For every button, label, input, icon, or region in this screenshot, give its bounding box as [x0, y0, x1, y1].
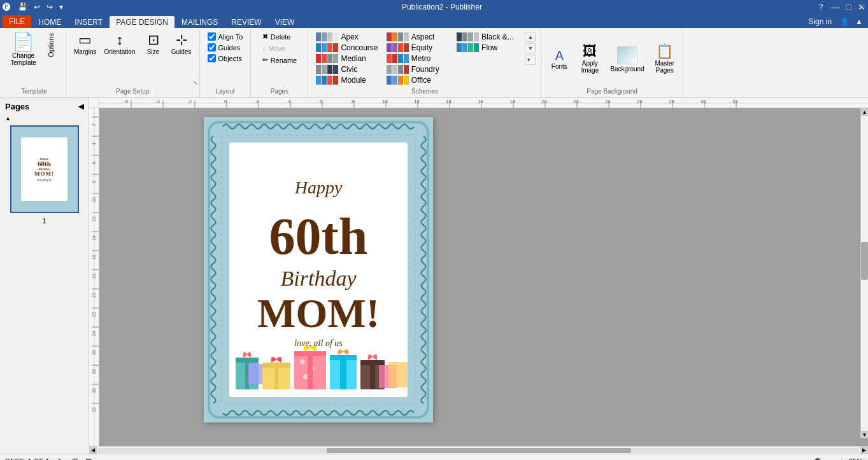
svg-rect-100: [360, 360, 385, 365]
svg-text:2: 2: [256, 99, 259, 104]
schemes-group-label: Schemes: [313, 88, 536, 95]
pages-panel: Pages ◀ ▲ Happy 60th Birthday MOM!: [0, 98, 89, 446]
apply-image-button[interactable]: 🖼 Apply Image: [577, 43, 602, 75]
page-1-thumbnail[interactable]: Happy 60th Birthday MOM! love, all of us: [10, 125, 79, 213]
maximize-button[interactable]: □: [846, 2, 851, 12]
pages-title-label: Pages: [5, 102, 29, 111]
background-button[interactable]: Background: [608, 45, 646, 74]
scheme-aspect[interactable]: Aspect: [384, 32, 453, 42]
delete-button[interactable]: ✖ Delete: [260, 32, 300, 41]
svg-text:Happy: Happy: [294, 178, 343, 197]
scheme-flow-swatch: [457, 43, 479, 52]
scroll-thumb-h[interactable]: [327, 448, 631, 453]
schemes-scroll-up[interactable]: ▲: [525, 32, 536, 42]
svg-text:24: 24: [605, 99, 611, 104]
zoom-in-btn[interactable]: +: [840, 457, 844, 461]
undo-button[interactable]: ↩: [32, 2, 42, 12]
view-icon-single[interactable]: ⊞: [72, 457, 78, 460]
zoom-thumb[interactable]: [815, 458, 821, 461]
svg-text:32: 32: [92, 407, 96, 412]
file-tab[interactable]: FILE: [3, 15, 31, 28]
svg-text:4: 4: [288, 99, 291, 104]
rename-button[interactable]: ✏ Rename: [260, 55, 300, 65]
ribbon-collapse-btn[interactable]: ▲: [853, 15, 865, 28]
customize-quick-access[interactable]: ▾: [57, 2, 65, 12]
scheme-black[interactable]: Black &...: [454, 32, 523, 42]
ruler-h-svg: -6 -4 -2 0 2 4 6 8: [99, 98, 868, 108]
svg-text:12: 12: [92, 216, 96, 221]
scheme-equity-swatch: [387, 43, 409, 52]
layout-group: Align To Guides Objects Layout: [200, 29, 252, 97]
schemes-dropdown[interactable]: ▾: [525, 55, 536, 65]
mailings-tab[interactable]: MAILINGS: [175, 16, 224, 28]
change-template-button[interactable]: 📄 Change Template: [8, 32, 39, 67]
page-info: PAGE: 1 OF 1: [5, 457, 50, 461]
rename-icon: ✏: [262, 56, 268, 64]
page-setup-expand[interactable]: ⤡: [193, 80, 198, 86]
view-tab[interactable]: VIEW: [269, 16, 301, 28]
redo-button[interactable]: ↪: [45, 2, 55, 12]
background-label: Background: [610, 66, 644, 73]
scheme-apex[interactable]: Apex: [313, 32, 383, 42]
sign-in-button[interactable]: Sign in: [803, 15, 837, 28]
master-pages-button[interactable]: 📋 Master Pages: [652, 43, 678, 75]
scheme-office[interactable]: Office: [384, 75, 453, 85]
margins-label: Margins: [74, 48, 97, 55]
zoom-out-btn[interactable]: −: [774, 457, 778, 461]
guides-check-label: Guides: [218, 44, 241, 52]
pages-panel-header: Pages ◀: [0, 98, 89, 115]
scroll-right-btn[interactable]: ▶: [860, 447, 868, 454]
size-button[interactable]: ⊡ Size: [141, 32, 166, 57]
scroll-left-btn[interactable]: ◀: [89, 447, 97, 454]
scroll-down-btn[interactable]: ▼: [861, 431, 868, 438]
objects-check-button[interactable]: Objects: [205, 53, 246, 63]
ribbon-expand-btn[interactable]: ▲: [860, 1, 867, 8]
apply-image-icon: 🖼: [583, 45, 597, 59]
svg-point-92: [303, 374, 308, 379]
guides-button[interactable]: ⊹ Guides: [169, 32, 194, 57]
home-tab[interactable]: HOME: [32, 16, 68, 28]
align-to-button[interactable]: Align To: [205, 32, 246, 41]
scroll-thumb-v[interactable]: [861, 242, 868, 280]
svg-rect-97: [330, 355, 357, 360]
minimize-button[interactable]: —: [831, 2, 840, 12]
vertical-scrollbar[interactable]: ▲ ▼: [860, 108, 868, 438]
svg-rect-94: [294, 351, 326, 356]
options-button[interactable]: Options: [41, 32, 60, 59]
margins-button[interactable]: ▭ Margins: [71, 32, 99, 57]
svg-rect-85: [236, 358, 259, 363]
review-tab[interactable]: REVIEW: [225, 16, 267, 28]
svg-rect-101: [248, 364, 262, 384]
pages-collapse-button[interactable]: ◀: [78, 102, 83, 111]
insert-tab[interactable]: INSERT: [68, 16, 109, 28]
scheme-median[interactable]: Median: [313, 53, 383, 64]
svg-text:28: 28: [669, 99, 674, 104]
help-button[interactable]: ?: [819, 3, 823, 11]
view-icon-multi[interactable]: ▣: [85, 457, 92, 460]
svg-text:14: 14: [446, 99, 452, 104]
guides-check-button[interactable]: Guides: [205, 43, 246, 52]
publication-card[interactable]: Happy 60th Birthday MOM! love, all of us: [204, 117, 433, 422]
svg-text:30: 30: [701, 99, 706, 104]
scroll-up-btn[interactable]: ▲: [861, 108, 868, 116]
scheme-civic[interactable]: Civic: [313, 64, 383, 74]
horizontal-scrollbar[interactable]: ◀ ▶: [89, 446, 868, 454]
move-button[interactable]: ↕ Move: [260, 44, 300, 53]
guides-check[interactable]: [208, 43, 216, 52]
scheme-module[interactable]: Module: [313, 75, 383, 85]
scheme-concourse[interactable]: Concourse: [313, 43, 383, 53]
align-to-check[interactable]: [208, 32, 216, 41]
vertical-ruler: 2 4 6 8 10 12 14 16: [89, 98, 99, 446]
scheme-equity[interactable]: Equity: [384, 43, 453, 53]
size-label: Size: [147, 48, 159, 55]
orientation-button[interactable]: ↕ Orientation: [102, 32, 138, 57]
page-design-tab[interactable]: PAGE DESIGN: [110, 16, 174, 28]
scheme-foundry[interactable]: Foundry: [384, 64, 453, 74]
save-button[interactable]: 💾: [16, 2, 29, 12]
scheme-flow-label: Flow: [481, 43, 497, 52]
scheme-metro[interactable]: Metro: [384, 53, 453, 64]
fonts-button[interactable]: A Fonts: [546, 48, 572, 71]
schemes-scroll-down[interactable]: ▼: [525, 43, 536, 53]
objects-check[interactable]: [208, 54, 216, 62]
scheme-flow[interactable]: Flow: [454, 43, 523, 53]
